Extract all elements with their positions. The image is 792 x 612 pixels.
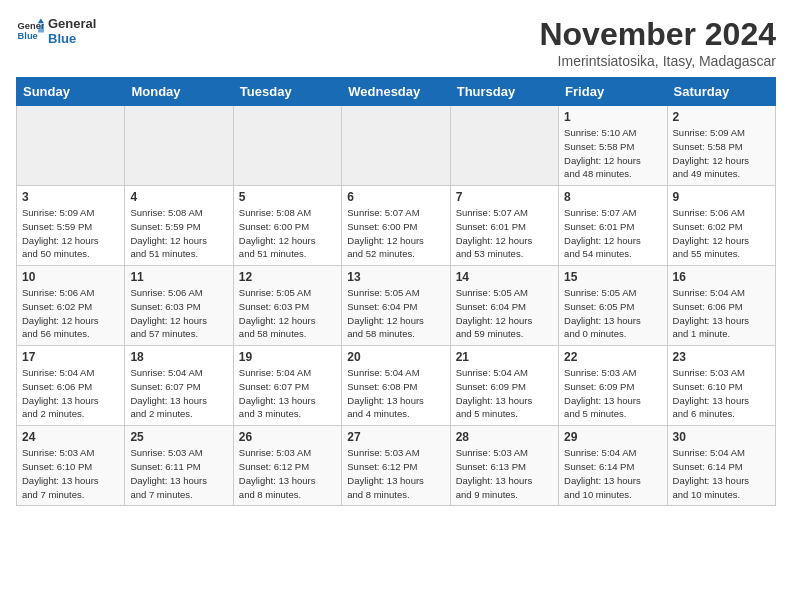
day-info: Sunrise: 5:03 AM Sunset: 6:12 PM Dayligh… [239,446,336,501]
calendar-cell: 5Sunrise: 5:08 AM Sunset: 6:00 PM Daylig… [233,186,341,266]
day-info: Sunrise: 5:09 AM Sunset: 5:59 PM Dayligh… [22,206,119,261]
day-info: Sunrise: 5:05 AM Sunset: 6:04 PM Dayligh… [347,286,444,341]
calendar-cell: 23Sunrise: 5:03 AM Sunset: 6:10 PM Dayli… [667,346,775,426]
day-number: 11 [130,270,227,284]
weekday-header-saturday: Saturday [667,78,775,106]
day-info: Sunrise: 5:03 AM Sunset: 6:09 PM Dayligh… [564,366,661,421]
calendar-cell: 25Sunrise: 5:03 AM Sunset: 6:11 PM Dayli… [125,426,233,506]
calendar-cell [17,106,125,186]
day-number: 16 [673,270,770,284]
day-info: Sunrise: 5:10 AM Sunset: 5:58 PM Dayligh… [564,126,661,181]
calendar-cell: 27Sunrise: 5:03 AM Sunset: 6:12 PM Dayli… [342,426,450,506]
day-info: Sunrise: 5:05 AM Sunset: 6:04 PM Dayligh… [456,286,553,341]
logo-text-blue: Blue [48,31,96,46]
day-number: 17 [22,350,119,364]
week-row-4: 17Sunrise: 5:04 AM Sunset: 6:06 PM Dayli… [17,346,776,426]
day-info: Sunrise: 5:05 AM Sunset: 6:05 PM Dayligh… [564,286,661,341]
day-number: 13 [347,270,444,284]
calendar-cell: 17Sunrise: 5:04 AM Sunset: 6:06 PM Dayli… [17,346,125,426]
calendar-cell: 20Sunrise: 5:04 AM Sunset: 6:08 PM Dayli… [342,346,450,426]
day-number: 22 [564,350,661,364]
calendar-cell [450,106,558,186]
calendar-cell: 22Sunrise: 5:03 AM Sunset: 6:09 PM Dayli… [559,346,667,426]
logo-icon: General Blue [16,17,44,45]
svg-text:Blue: Blue [18,31,38,41]
calendar-cell: 24Sunrise: 5:03 AM Sunset: 6:10 PM Dayli… [17,426,125,506]
logo: General Blue General Blue [16,16,96,46]
calendar-cell: 16Sunrise: 5:04 AM Sunset: 6:06 PM Dayli… [667,266,775,346]
calendar-cell: 14Sunrise: 5:05 AM Sunset: 6:04 PM Dayli… [450,266,558,346]
calendar-cell: 28Sunrise: 5:03 AM Sunset: 6:13 PM Dayli… [450,426,558,506]
day-number: 19 [239,350,336,364]
day-info: Sunrise: 5:04 AM Sunset: 6:14 PM Dayligh… [673,446,770,501]
calendar-cell: 13Sunrise: 5:05 AM Sunset: 6:04 PM Dayli… [342,266,450,346]
day-info: Sunrise: 5:07 AM Sunset: 6:00 PM Dayligh… [347,206,444,261]
calendar-cell: 8Sunrise: 5:07 AM Sunset: 6:01 PM Daylig… [559,186,667,266]
day-number: 28 [456,430,553,444]
weekday-header-sunday: Sunday [17,78,125,106]
day-info: Sunrise: 5:05 AM Sunset: 6:03 PM Dayligh… [239,286,336,341]
title-area: November 2024 Imerintsiatosika, Itasy, M… [539,16,776,69]
day-number: 23 [673,350,770,364]
day-number: 26 [239,430,336,444]
day-number: 10 [22,270,119,284]
day-info: Sunrise: 5:04 AM Sunset: 6:08 PM Dayligh… [347,366,444,421]
week-row-3: 10Sunrise: 5:06 AM Sunset: 6:02 PM Dayli… [17,266,776,346]
weekday-header-tuesday: Tuesday [233,78,341,106]
calendar-cell: 10Sunrise: 5:06 AM Sunset: 6:02 PM Dayli… [17,266,125,346]
day-info: Sunrise: 5:04 AM Sunset: 6:07 PM Dayligh… [130,366,227,421]
day-info: Sunrise: 5:03 AM Sunset: 6:12 PM Dayligh… [347,446,444,501]
day-info: Sunrise: 5:03 AM Sunset: 6:10 PM Dayligh… [22,446,119,501]
day-info: Sunrise: 5:03 AM Sunset: 6:10 PM Dayligh… [673,366,770,421]
day-number: 25 [130,430,227,444]
day-number: 4 [130,190,227,204]
day-number: 29 [564,430,661,444]
calendar-subtitle: Imerintsiatosika, Itasy, Madagascar [539,53,776,69]
day-number: 24 [22,430,119,444]
calendar-title: November 2024 [539,16,776,53]
calendar-cell [233,106,341,186]
day-info: Sunrise: 5:03 AM Sunset: 6:13 PM Dayligh… [456,446,553,501]
calendar-cell: 26Sunrise: 5:03 AM Sunset: 6:12 PM Dayli… [233,426,341,506]
day-info: Sunrise: 5:06 AM Sunset: 6:02 PM Dayligh… [22,286,119,341]
calendar-cell [125,106,233,186]
week-row-2: 3Sunrise: 5:09 AM Sunset: 5:59 PM Daylig… [17,186,776,266]
day-number: 8 [564,190,661,204]
calendar-cell: 18Sunrise: 5:04 AM Sunset: 6:07 PM Dayli… [125,346,233,426]
day-info: Sunrise: 5:04 AM Sunset: 6:14 PM Dayligh… [564,446,661,501]
weekday-header-friday: Friday [559,78,667,106]
weekday-header-thursday: Thursday [450,78,558,106]
calendar-cell: 29Sunrise: 5:04 AM Sunset: 6:14 PM Dayli… [559,426,667,506]
calendar-cell: 3Sunrise: 5:09 AM Sunset: 5:59 PM Daylig… [17,186,125,266]
calendar-cell: 2Sunrise: 5:09 AM Sunset: 5:58 PM Daylig… [667,106,775,186]
week-row-1: 1Sunrise: 5:10 AM Sunset: 5:58 PM Daylig… [17,106,776,186]
day-info: Sunrise: 5:04 AM Sunset: 6:09 PM Dayligh… [456,366,553,421]
day-info: Sunrise: 5:04 AM Sunset: 6:06 PM Dayligh… [22,366,119,421]
day-info: Sunrise: 5:07 AM Sunset: 6:01 PM Dayligh… [564,206,661,261]
calendar-cell: 4Sunrise: 5:08 AM Sunset: 5:59 PM Daylig… [125,186,233,266]
calendar-cell: 15Sunrise: 5:05 AM Sunset: 6:05 PM Dayli… [559,266,667,346]
calendar-table: SundayMondayTuesdayWednesdayThursdayFrid… [16,77,776,506]
calendar-cell: 7Sunrise: 5:07 AM Sunset: 6:01 PM Daylig… [450,186,558,266]
weekday-header-wednesday: Wednesday [342,78,450,106]
day-number: 3 [22,190,119,204]
day-info: Sunrise: 5:04 AM Sunset: 6:06 PM Dayligh… [673,286,770,341]
day-info: Sunrise: 5:07 AM Sunset: 6:01 PM Dayligh… [456,206,553,261]
day-info: Sunrise: 5:09 AM Sunset: 5:58 PM Dayligh… [673,126,770,181]
calendar-cell: 19Sunrise: 5:04 AM Sunset: 6:07 PM Dayli… [233,346,341,426]
day-number: 12 [239,270,336,284]
calendar-cell: 30Sunrise: 5:04 AM Sunset: 6:14 PM Dayli… [667,426,775,506]
calendar-cell: 21Sunrise: 5:04 AM Sunset: 6:09 PM Dayli… [450,346,558,426]
day-number: 30 [673,430,770,444]
day-info: Sunrise: 5:04 AM Sunset: 6:07 PM Dayligh… [239,366,336,421]
header: General Blue General Blue November 2024 … [16,16,776,69]
day-number: 15 [564,270,661,284]
day-number: 9 [673,190,770,204]
day-number: 14 [456,270,553,284]
week-row-5: 24Sunrise: 5:03 AM Sunset: 6:10 PM Dayli… [17,426,776,506]
day-info: Sunrise: 5:08 AM Sunset: 6:00 PM Dayligh… [239,206,336,261]
day-number: 1 [564,110,661,124]
day-number: 2 [673,110,770,124]
day-number: 6 [347,190,444,204]
calendar-cell: 1Sunrise: 5:10 AM Sunset: 5:58 PM Daylig… [559,106,667,186]
